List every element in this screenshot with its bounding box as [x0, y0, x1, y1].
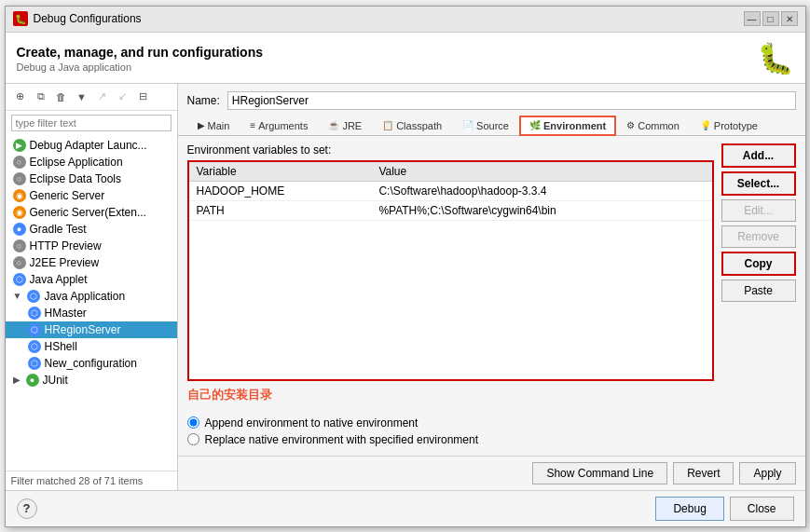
tab-main[interactable]: ▶ Main: [187, 116, 240, 135]
header-bug-icon: 🐛: [757, 40, 794, 77]
radio-append-row: Append environment to native environment: [187, 416, 796, 430]
sidebar-item-java-application[interactable]: ▼ ⬡ Java Application: [6, 288, 177, 305]
debug-adapter-icon: ▶: [13, 139, 26, 152]
name-row: Name:: [178, 84, 805, 116]
name-label: Name:: [187, 94, 220, 107]
junit-icon: ●: [26, 374, 39, 387]
sidebar-item-hmaster[interactable]: ⬡ HMaster: [6, 305, 177, 321]
radio-section: Append environment to native environment…: [178, 411, 805, 456]
bottom-action-bar: Show Command Line Revert Apply: [178, 456, 805, 490]
tab-source[interactable]: 📄 Source: [452, 116, 519, 135]
col-value: Value: [371, 162, 711, 182]
window-controls: — □ ✕: [744, 11, 798, 26]
prototype-tab-icon: 💡: [700, 120, 711, 130]
env-row-hadoop[interactable]: HADOOP_HOME C:\Software\hadoop\hadoop-3.…: [189, 181, 712, 200]
hmaster-icon: ⬡: [28, 307, 41, 320]
sidebar-item-java-applet[interactable]: ⬡ Java Applet: [6, 271, 177, 288]
sidebar-item-http[interactable]: ○ HTTP Preview: [6, 238, 177, 254]
gradle-icon: ●: [13, 223, 26, 236]
delete-button[interactable]: 🗑: [52, 88, 71, 106]
edit-button[interactable]: Edit...: [721, 199, 796, 222]
env-table-container: Variable Value HADOOP_HOME C:\Software\h…: [187, 160, 714, 381]
show-command-line-button[interactable]: Show Command Line: [532, 462, 667, 484]
jre-tab-icon: ☕: [328, 120, 339, 130]
env-var-path: PATH: [189, 200, 372, 220]
env-left: Environment variables to set: Variable V…: [187, 143, 714, 403]
window-header: Create, manage, and run configurations D…: [6, 33, 805, 84]
common-tab-icon: ⚙: [626, 120, 635, 130]
help-button[interactable]: ?: [17, 498, 37, 519]
radio-append-label[interactable]: Append environment to native environment: [205, 416, 419, 430]
sidebar-item-eclipse-data[interactable]: ○ Eclipse Data Tools: [6, 171, 177, 187]
col-variable: Variable: [189, 162, 372, 182]
sidebar-item-hregionserver[interactable]: ⬡ HRegionServer: [6, 321, 177, 338]
sidebar-item-junit[interactable]: ▶ ● JUnit: [6, 372, 177, 389]
add-button[interactable]: Add...: [721, 143, 796, 168]
sidebar-item-j2ee[interactable]: ○ J2EE Preview: [6, 254, 177, 271]
filter-count: Filter matched 28 of 71 items: [11, 475, 144, 486]
sidebar-item-hshell[interactable]: ⬡ HShell: [6, 338, 177, 355]
env-tab-icon: 🌿: [529, 120, 541, 130]
sidebar-item-eclipse-app[interactable]: ○ Eclipse Application: [6, 154, 177, 171]
import-button[interactable]: ↙: [114, 88, 132, 106]
sidebar-item-gradle[interactable]: ● Gradle Test: [6, 221, 177, 238]
apply-button[interactable]: Apply: [739, 462, 795, 484]
env-var-hadoop: HADOOP_HOME: [189, 181, 372, 200]
sidebar-footer: Filter matched 28 of 71 items: [6, 471, 177, 490]
radio-replace[interactable]: [187, 433, 199, 445]
window-title: Debug Configurations: [34, 12, 142, 25]
copy-button[interactable]: Copy: [721, 252, 796, 276]
main-tab-icon: ▶: [198, 120, 205, 130]
env-buttons: Add... Select... Edit... Remove Copy Pas…: [721, 143, 796, 403]
maximize-button[interactable]: □: [762, 11, 779, 26]
debug-button[interactable]: Debug: [655, 497, 723, 521]
sidebar-item-generic-server-ext[interactable]: ◉ Generic Server(Exten...: [6, 204, 177, 221]
env-section-label: Environment variables to set:: [187, 143, 714, 157]
env-note: 自己的安装目录: [187, 387, 714, 403]
radio-append[interactable]: [187, 416, 199, 429]
window-icon: 🐛: [13, 11, 28, 26]
j2ee-icon: ○: [13, 256, 26, 269]
sidebar-item-debug-adapter[interactable]: ▶ Debug Adapter Launc...: [6, 137, 177, 154]
name-input[interactable]: [227, 91, 796, 110]
title-bar: 🐛 Debug Configurations — □ ✕: [6, 7, 805, 33]
args-tab-icon: ≡: [250, 120, 255, 130]
minimize-button[interactable]: —: [744, 11, 761, 26]
right-panel: Name: ▶ Main ≡ Arguments ☕ JRE 📋: [178, 84, 805, 490]
sidebar-item-new-config[interactable]: ⬡ New_configuration: [6, 355, 177, 372]
generic-server-ext-icon: ◉: [13, 206, 26, 219]
main-content: ⊕ ⧉ 🗑 ▼ ↗ ↙ ⊟ ▶ Debug Adapter Launc... ○…: [6, 84, 805, 490]
final-close-button[interactable]: Close: [730, 497, 794, 521]
new-launch-config-button[interactable]: ⊕: [11, 88, 30, 106]
remove-button[interactable]: Remove: [721, 225, 796, 248]
tab-common[interactable]: ⚙ Common: [616, 116, 690, 135]
select-button[interactable]: Select...: [721, 171, 796, 196]
debug-configurations-window: 🐛 Debug Configurations — □ ✕ Create, man…: [5, 6, 806, 527]
tab-arguments[interactable]: ≡ Arguments: [240, 116, 318, 135]
java-applet-icon: ⬡: [13, 273, 26, 286]
generic-server-icon: ◉: [13, 189, 26, 202]
header-subtitle: Debug a Java application: [17, 61, 264, 73]
final-buttons: Debug Close: [655, 497, 793, 521]
revert-button[interactable]: Revert: [673, 462, 734, 484]
radio-replace-label[interactable]: Replace native environment with specifie…: [205, 433, 479, 446]
duplicate-button[interactable]: ⧉: [32, 88, 50, 106]
paste-button[interactable]: Paste: [721, 280, 796, 302]
eclipse-app-icon: ○: [13, 156, 26, 169]
export-button[interactable]: ↗: [93, 88, 112, 106]
java-app-icon: ⬡: [27, 290, 40, 303]
filter-input[interactable]: [11, 115, 172, 131]
new-config-icon: ⬡: [28, 357, 41, 370]
env-table: Variable Value HADOOP_HOME C:\Software\h…: [189, 162, 712, 221]
close-button[interactable]: ✕: [781, 11, 798, 26]
sidebar-item-generic-server[interactable]: ◉ Generic Server: [6, 187, 177, 204]
tab-prototype[interactable]: 💡 Prototype: [690, 116, 768, 135]
tab-environment[interactable]: 🌿 Environment: [519, 116, 616, 136]
env-val-hadoop: C:\Software\hadoop\hadoop-3.3.4: [371, 181, 711, 200]
tab-jre[interactable]: ☕ JRE: [318, 116, 372, 135]
filter-button[interactable]: ▼: [73, 88, 91, 106]
tab-classpath[interactable]: 📋 Classpath: [372, 116, 452, 135]
env-row-path[interactable]: PATH %PATH%;C:\Software\cygwin64\bin: [189, 200, 712, 220]
radio-replace-row: Replace native environment with specifie…: [187, 433, 796, 446]
collapse-all-button[interactable]: ⊟: [134, 88, 153, 106]
